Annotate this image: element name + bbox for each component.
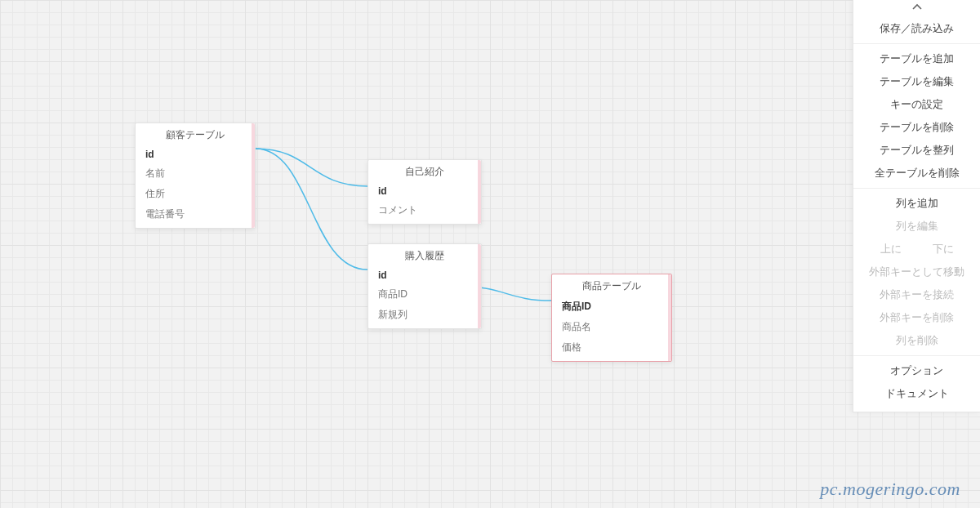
menu-move-up: 上に [877, 238, 905, 261]
menu-add-table[interactable]: テーブルを追加 [853, 47, 980, 70]
table-row[interactable]: コメント [368, 200, 481, 224]
table-row[interactable]: 商品名 [552, 317, 671, 337]
menu-move-as-fk: 外部キーとして移動 [853, 261, 980, 283]
connector [256, 149, 368, 186]
table-row[interactable]: 電話番号 [136, 204, 255, 228]
watermark-text: pc.mogeringo.com [820, 479, 960, 500]
menu-options[interactable]: オプション [853, 359, 980, 382]
table-customers[interactable]: 顧客テーブル id 名前 住所 電話番号 [135, 123, 256, 229]
table-row[interactable]: 名前 [136, 163, 255, 184]
table-row[interactable]: 商品ID [552, 296, 671, 317]
menu-documentation[interactable]: ドキュメント [853, 382, 980, 405]
menu-add-column[interactable]: 列を追加 [853, 192, 980, 215]
table-row[interactable]: 住所 [136, 184, 255, 204]
table-row[interactable]: 商品ID [368, 284, 481, 305]
menu-set-key[interactable]: キーの設定 [853, 93, 980, 116]
table-title: 自己紹介 [368, 160, 481, 182]
menu-save-load[interactable]: 保存／読み込み [853, 17, 980, 40]
connector [256, 149, 368, 270]
table-profile[interactable]: 自己紹介 id コメント [368, 159, 482, 225]
table-products[interactable]: 商品テーブル 商品ID 商品名 価格 [551, 274, 672, 362]
table-title: 購入履歴 [368, 244, 481, 266]
menu-connect-fk: 外部キーを接続 [853, 283, 980, 306]
sidebar-menu: 保存／読み込み テーブルを追加 テーブルを編集 キーの設定 テーブルを削除 テー… [853, 0, 980, 412]
menu-delete-fk: 外部キーを削除 [853, 306, 980, 329]
menu-delete-column: 列を削除 [853, 329, 980, 352]
table-row[interactable]: id [368, 266, 481, 284]
table-title: 商品テーブル [552, 274, 671, 296]
table-row[interactable]: 価格 [552, 337, 671, 361]
collapse-button[interactable] [853, 0, 980, 14]
table-row[interactable]: id [368, 182, 481, 200]
table-history[interactable]: 購入履歴 id 商品ID 新規列 [368, 243, 482, 329]
menu-delete-table[interactable]: テーブルを削除 [853, 116, 980, 139]
menu-move-down: 下に [929, 238, 957, 261]
diagram-canvas[interactable]: 顧客テーブル id 名前 住所 電話番号 自己紹介 id コメント 購入履歴 i… [0, 0, 980, 508]
table-row[interactable]: 新規列 [368, 305, 481, 328]
table-row[interactable]: id [136, 145, 255, 163]
menu-edit-column: 列を編集 [853, 215, 980, 238]
table-title: 顧客テーブル [136, 123, 255, 145]
menu-edit-table[interactable]: テーブルを編集 [853, 70, 980, 93]
menu-arrange-tables[interactable]: テーブルを整列 [853, 139, 980, 162]
chevron-up-icon [911, 2, 923, 14]
connectors-layer [0, 0, 980, 508]
menu-delete-all[interactable]: 全テーブルを削除 [853, 162, 980, 185]
